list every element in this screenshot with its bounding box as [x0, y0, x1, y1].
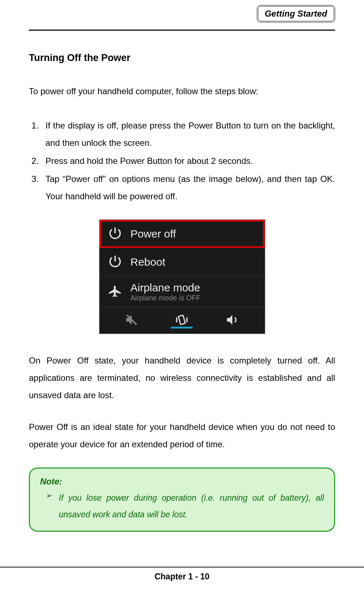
menu-label-reboot: Reboot [131, 256, 166, 268]
menu-label-power-off: Power off [131, 228, 176, 240]
mute-icon[interactable] [124, 313, 139, 329]
menu-item-power-off[interactable]: Power off [100, 220, 265, 248]
step-2: Press and hold the Power Button for abou… [41, 152, 335, 170]
power-icon [108, 226, 123, 242]
svg-rect-1 [179, 315, 185, 325]
page-footer: Chapter 1 - 10 [0, 567, 364, 582]
power-icon [108, 254, 123, 270]
menu-label-airplane: Airplane mode [131, 282, 201, 294]
intro-text: To power off your handheld computer, fol… [29, 83, 335, 99]
menu-item-airplane[interactable]: Airplane mode Airplane mode is OFF [100, 277, 265, 308]
note-bullet-icon: ➢ [46, 490, 52, 501]
header-underline [29, 30, 335, 31]
steps-list: If the display is off, please press the … [29, 117, 335, 205]
options-menu: Power off Reboot Airplane mode Airplane … [99, 219, 265, 334]
active-mode-underline [171, 327, 193, 329]
menu-sublabel-airplane: Airplane mode is OFF [131, 294, 201, 302]
sound-icon[interactable] [225, 313, 240, 329]
note-text: If you lose power during operation (i.e.… [59, 490, 324, 523]
airplane-icon [108, 284, 123, 300]
sound-mode-row [100, 308, 265, 334]
options-menu-figure: Power off Reboot Airplane mode Airplane … [29, 219, 335, 334]
note-title: Note: [40, 477, 324, 487]
paragraph-1: On Power Off state, your handheld device… [29, 352, 335, 404]
note-box: Note: ➢ If you lose power during operati… [29, 467, 335, 532]
step-3: Tap “Power off” on options menu (as the … [41, 170, 335, 205]
page-title: Turning Off the Power [29, 52, 335, 64]
step-1: If the display is off, please press the … [41, 117, 335, 152]
paragraph-2: Power Off is an ideal state for your han… [29, 418, 335, 453]
vibrate-icon[interactable] [175, 313, 189, 329]
menu-item-reboot[interactable]: Reboot [100, 248, 265, 277]
footer-text: Chapter 1 - 10 [29, 572, 335, 582]
header-tag: Getting Started [257, 5, 335, 22]
